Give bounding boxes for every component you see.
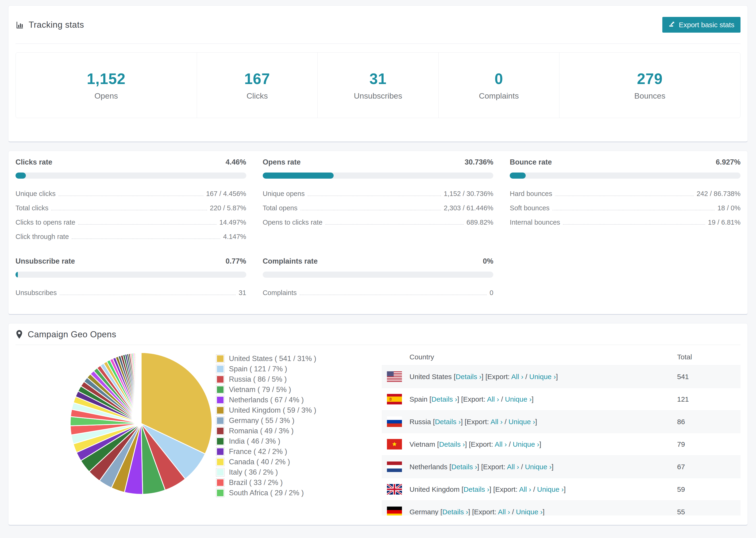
stat-label: Clicks xyxy=(246,91,268,100)
details-link[interactable]: Details › xyxy=(435,418,460,426)
legend-swatch xyxy=(216,427,224,435)
geo-table-row-vietnam: Vietnam [Details ›] [Export: All › / Uni… xyxy=(382,433,740,456)
legend-swatch xyxy=(216,448,224,456)
export-all-link[interactable]: All › xyxy=(495,440,507,448)
stat-line-label: Unique opens xyxy=(263,190,305,198)
country-text: Netherlands [Details ›] [Export: All › /… xyxy=(409,463,554,471)
legend-item-italy: Italy ( 36 / 2% ) xyxy=(216,468,382,476)
dotted-leader xyxy=(299,295,487,295)
flag-ru-icon xyxy=(387,416,402,427)
export-all-link[interactable]: All › xyxy=(512,373,523,381)
legend-label: United Kingdom ( 59 / 3% ) xyxy=(229,406,316,414)
stat-label: Unsubscribes xyxy=(354,91,402,100)
export-unique-link[interactable]: Unique › xyxy=(505,395,531,403)
stat-line-label: Unique clicks xyxy=(16,190,56,198)
bar-chart-icon xyxy=(16,21,24,29)
export-unique-link[interactable]: Unique › xyxy=(509,418,535,426)
rate-title: Bounce rate xyxy=(510,158,552,166)
stat-line-label: Total clicks xyxy=(16,204,48,212)
legend-label: Romania ( 49 / 3% ) xyxy=(229,427,294,435)
rates-row-1: Clicks rate4.46%Unique clicks167 / 4.456… xyxy=(16,158,740,244)
export-all-link[interactable]: All › xyxy=(507,463,519,471)
details-link[interactable]: Details › xyxy=(442,508,468,516)
export-unique-link[interactable]: Unique › xyxy=(513,440,539,448)
stat-line-total-opens: Total opens2,303 / 61.446% xyxy=(263,201,494,215)
dotted-leader xyxy=(307,195,441,196)
flag-nl-icon xyxy=(387,461,402,472)
dotted-leader xyxy=(78,224,216,225)
map-pin-icon xyxy=(16,330,23,339)
export-all-link[interactable]: All › xyxy=(487,395,499,403)
rate-value: 30.736% xyxy=(465,158,493,166)
export-all-link[interactable]: All › xyxy=(498,508,510,516)
stat-label: Bounces xyxy=(634,91,665,100)
details-link[interactable]: Details › xyxy=(456,373,482,381)
rate-rows: Unsubscribes31 xyxy=(16,286,246,300)
export-all-link[interactable]: All › xyxy=(490,418,503,426)
total-cell: 55 xyxy=(677,508,740,516)
stat-value: 167 xyxy=(244,70,270,87)
legend-label: India ( 46 / 3% ) xyxy=(229,437,280,446)
legend-item-vietnam: Vietnam ( 79 / 5% ) xyxy=(216,385,382,394)
export-unique-link[interactable]: Unique › xyxy=(537,485,564,493)
dotted-leader xyxy=(60,295,236,295)
legend-label: Spain ( 121 / 7% ) xyxy=(229,365,287,373)
geo-table-row-netherlands: Netherlands [Details ›] [Export: All › /… xyxy=(382,456,740,478)
dotted-leader xyxy=(553,210,715,210)
rate-panel-complaints-rate: Complaints rate0%Complaints0 xyxy=(263,257,494,300)
legend-item-netherlands: Netherlands ( 67 / 4% ) xyxy=(216,396,382,404)
total-cell: 541 xyxy=(677,373,740,381)
legend-swatch xyxy=(216,417,224,425)
export-unique-link[interactable]: Unique › xyxy=(516,508,543,516)
rate-rows: Complaints0 xyxy=(263,286,494,300)
dotted-leader xyxy=(563,224,705,225)
flag-gb-icon xyxy=(387,484,402,495)
dotted-leader xyxy=(51,210,207,210)
legend-swatch xyxy=(216,458,224,466)
stat-value: 0 xyxy=(495,70,503,87)
stat-label: Complaints xyxy=(479,91,519,100)
country-cell: United Kingdom [Details ›] [Export: All … xyxy=(387,484,677,495)
stat-value: 31 xyxy=(369,70,387,87)
rate-value: 6.927% xyxy=(716,158,740,166)
tracking-stats-header: Tracking stats Export basic stats xyxy=(9,6,747,43)
legend-label: Vietnam ( 79 / 5% ) xyxy=(229,385,291,394)
legend-swatch xyxy=(216,489,224,497)
export-unique-link[interactable]: Unique › xyxy=(525,463,552,471)
total-cell: 121 xyxy=(677,395,740,403)
stat-line-label: Internal bounces xyxy=(510,219,560,226)
dotted-leader xyxy=(325,224,464,225)
export-basic-stats-button[interactable]: Export basic stats xyxy=(662,17,740,32)
stat-line-complaints: Complaints0 xyxy=(263,286,494,300)
details-link[interactable]: Details › xyxy=(451,463,477,471)
details-link[interactable]: Details › xyxy=(431,395,457,403)
geo-content: United States ( 541 / 31% )Spain ( 121 /… xyxy=(9,345,747,515)
export-unique-link[interactable]: Unique › xyxy=(529,373,556,381)
legend-label: Russia ( 86 / 5% ) xyxy=(229,375,287,384)
legend-label: Italy ( 36 / 2% ) xyxy=(229,468,278,476)
stat-line-value: 220 / 5.87% xyxy=(210,204,246,212)
rate-panel-unsubscribe-rate: Unsubscribe rate0.77%Unsubscribes31 xyxy=(16,257,246,300)
country-text: Russia [Details ›] [Export: All › / Uniq… xyxy=(409,418,537,426)
rate-progress-fill xyxy=(16,272,18,278)
geo-table-row-spain: Spain [Details ›] [Export: All › / Uniqu… xyxy=(382,388,740,410)
card-campaign-geo-opens: Campaign Geo Opens United States ( 541 /… xyxy=(8,323,748,525)
stat-line-internal-bounces: Internal bounces19 / 6.81% xyxy=(510,215,740,230)
stat-line-unique-opens: Unique opens1,152 / 30.736% xyxy=(263,187,494,201)
rate-progress-bar xyxy=(510,173,740,179)
details-link[interactable]: Details › xyxy=(463,485,489,493)
stat-line-label: Total opens xyxy=(263,204,297,212)
export-all-link[interactable]: All › xyxy=(519,485,531,493)
dotted-leader xyxy=(555,195,694,196)
country-text: Spain [Details ›] [Export: All › / Uniqu… xyxy=(409,395,534,403)
rate-title: Clicks rate xyxy=(16,158,52,166)
country-cell: Germany [Details ›] [Export: All › / Uni… xyxy=(387,507,677,515)
details-link[interactable]: Details › xyxy=(439,440,465,448)
rate-progress-bar xyxy=(263,173,494,179)
geo-opens-pie-chart xyxy=(66,348,216,499)
stat-line-value: 18 / 0% xyxy=(718,204,740,212)
stat-line-label: Complaints xyxy=(263,289,297,297)
rate-progress-fill xyxy=(510,173,526,179)
page: Tracking stats Export basic stats 1,152O… xyxy=(0,0,756,525)
stat-line-value: 2,303 / 61.446% xyxy=(444,204,493,212)
